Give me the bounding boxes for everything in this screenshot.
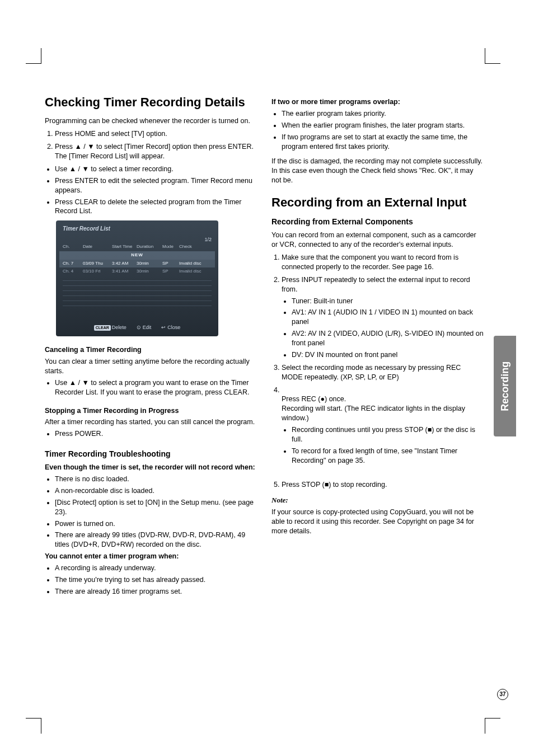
step-item: Press REC (●) once. Recording will start… [282,386,484,477]
cell: 03/09 Thu [83,261,110,267]
crop-mark [26,718,41,734]
step-item: Press ▲ / ▼ to select [Timer Record] opt… [55,142,257,161]
note-text: If your source is copy-protected using C… [271,508,484,536]
col-dur: Duration [137,244,160,250]
paragraph: Programming can be checked whenever the … [45,116,257,126]
page-number: 37 [497,689,508,700]
step-text: Press REC (●) once. Recording will start… [282,395,465,422]
bullet-item: To record for a fixed length of time, se… [292,447,484,466]
col-mode: Mode [162,244,177,250]
bullet-list: The earlier program takes priority. When… [271,109,484,152]
bullet-list: Recording continues until you press STOP… [282,425,484,466]
crop-mark [485,48,500,64]
footer-delete: CLEARDelete [94,324,127,331]
bullet-list: Use ▲ / ▼ to select a timer recording. P… [45,165,257,216]
bullet-item: There are already 99 titles (DVD-RW, DVD… [55,530,257,550]
bullet-item: There is no disc loaded. [55,475,257,484]
cell: 3:41 AM [112,269,134,275]
cell: Ch. 4 [63,269,81,275]
ui-footer: CLEARDelete ⊙Edit ↩Close [59,321,215,331]
bullet-item: Tuner: Built-in tuner [292,297,484,306]
steps-list: Press HOME and select [TV] option. Press… [45,129,257,161]
bullet-item: When the earlier program finishes, the l… [282,121,484,130]
bullet-item: Recording continues until you press STOP… [292,425,484,444]
heading-canceling: Canceling a Timer Recording [45,345,257,355]
bullet-item: Press ENTER to edit the selected program… [55,176,257,195]
lead-text: Even though the timer is set, the record… [45,463,257,472]
clear-key: CLEAR [94,325,111,330]
right-column: If two or more timer programs overlap: T… [271,95,484,599]
bullet-list: Use ▲ / ▼ to select a program you want t… [45,378,257,397]
step-item: Press INPUT repeatedly to select the ext… [282,275,484,360]
note-label: Note: [271,495,484,505]
paragraph: If the disc is damaged, the recording ma… [271,157,484,185]
heading-external-input: Recording from an External Input [271,195,484,210]
bullet-item: The earlier program takes priority. [282,109,484,119]
bullet-list: A recording is already underway. The tim… [45,564,257,597]
crop-mark [26,48,41,64]
step-item: Select the recording mode as necessary b… [282,363,484,382]
bullet-item: AV1: AV IN 1 (AUDIO IN 1 / VIDEO IN 1) m… [292,308,484,327]
step-item: Press STOP (■) to stop recording. [282,480,484,490]
crop-mark [485,718,500,734]
bullet-item: [Disc Protect] option is set to [ON] in … [55,498,257,517]
bullet-item: A non-recordable disc is loaded. [55,486,257,496]
bullet-list: Tuner: Built-in tuner AV1: AV IN 1 (AUDI… [282,297,484,360]
manual-page: Recording Checking Timer Recording Detai… [0,0,534,756]
paragraph: You can record from an external componen… [271,231,484,250]
new-row-label: NEW [59,252,215,259]
cell: Invalid disc [179,261,212,267]
bullet-item: DV: DV IN mounted on front panel [292,350,484,360]
col-ch: Ch. [63,244,81,250]
content-columns: Checking Timer Recording Details Program… [45,95,484,599]
footer-close: ↩Close [161,324,180,331]
col-start: Start Time [112,244,134,250]
heading-external-components: Recording from External Components [271,217,484,227]
ui-blank-rows [59,280,215,321]
cell: SP [162,261,177,267]
enter-icon: ⊙ [137,325,141,330]
heading-overlap: If two or more timer programs overlap: [271,97,484,107]
bullet-list: There is no disc loaded. A non-recordabl… [45,475,257,550]
step-item: Make sure that the component you want to… [282,253,484,272]
lead-text: You cannot enter a timer program when: [45,552,257,561]
cell: 30min [137,269,160,275]
bullet-item: Power is turned on. [55,519,257,529]
footer-edit: ⊙Edit [137,324,152,331]
ui-table-header: Ch. Date Start Time Duration Mode Check [59,243,215,251]
bullet-item: A recording is already underway. [55,564,257,573]
heading-troubleshooting: Timer Recording Troubleshooting [45,449,257,459]
cell: 03/10 Fri [83,269,110,275]
table-row: Ch. 7 03/09 Thu 3:42 AM 30min SP Invalid… [59,260,215,268]
bullet-list: Press POWER. [45,429,257,439]
cell: Invalid disc [179,269,212,275]
bullet-item: If two programs are set to start at exac… [282,133,484,152]
ui-new-row: NEW [59,251,215,260]
paragraph: After a timer recording has started, you… [45,417,257,427]
step-text: Press INPUT repeatedly to select the ext… [282,276,470,293]
col-date: Date [83,244,110,250]
col-check: Check [179,244,212,250]
cell: Ch. 7 [63,261,81,267]
bullet-item: Press CLEAR to delete the selected progr… [55,198,257,217]
bullet-item: Use ▲ / ▼ to select a timer recording. [55,165,257,174]
page-number-value: 37 [499,691,505,698]
ui-title: Timer Record List [59,224,215,236]
left-column: Checking Timer Recording Details Program… [45,95,257,599]
paragraph: You can clear a timer setting anytime be… [45,357,257,376]
bullet-item: Press POWER. [55,429,257,439]
cell: 30min [137,261,160,267]
table-row: Ch. 4 03/10 Fri 3:41 AM 30min SP Invalid… [59,267,215,276]
step-item: Press HOME and select [TV] option. [55,129,257,139]
heading-stopping: Stopping a Timer Recording in Progress [45,406,257,416]
return-icon: ↩ [161,325,166,330]
bullet-item: There are already 16 timer programs set. [55,587,257,597]
cell: SP [162,269,177,275]
steps-list: Make sure that the component you want to… [271,253,484,490]
ui-pager: 1/2 [59,236,215,243]
timer-record-list-figure: Timer Record List 1/2 Ch. Date Start Tim… [56,220,218,336]
heading-checking-timer: Checking Timer Recording Details [45,95,257,110]
cell: 3:42 AM [112,261,134,267]
bullet-item: Use ▲ / ▼ to select a program you want t… [55,378,257,397]
side-tab-label: Recording [498,361,512,411]
